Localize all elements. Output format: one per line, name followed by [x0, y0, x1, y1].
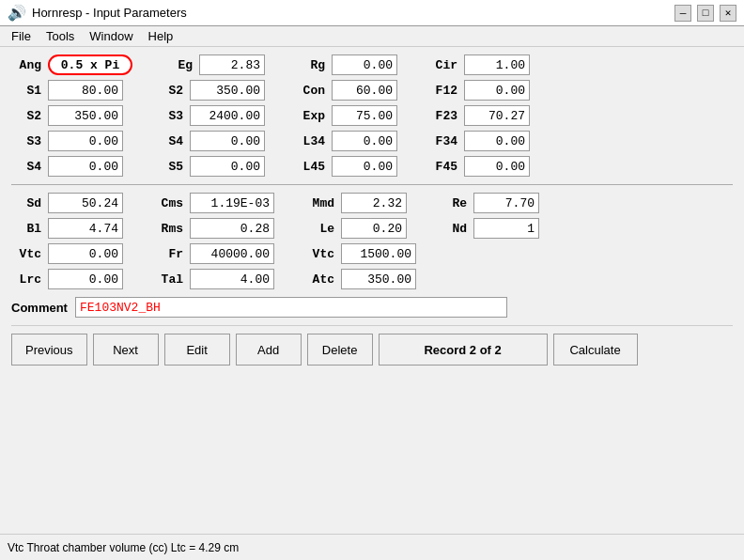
s4b-input[interactable]: [48, 156, 123, 177]
exp-input[interactable]: [332, 105, 397, 126]
re-input[interactable]: [473, 193, 539, 213]
s3b-label: S3: [11, 134, 45, 148]
s2-label: S2: [153, 84, 187, 98]
nd-label: Nd: [437, 222, 471, 236]
fr-label: Fr: [153, 247, 187, 261]
comment-label: Comment: [11, 301, 68, 315]
con-input[interactable]: [332, 80, 397, 101]
row-bl: Bl Rms Le Nd: [11, 218, 733, 239]
s4b-label: S4: [11, 160, 45, 174]
bl-input[interactable]: [48, 218, 123, 239]
comment-section: Comment: [11, 297, 733, 318]
f34-label: F34: [427, 134, 461, 148]
s5-input[interactable]: [190, 156, 265, 177]
previous-button[interactable]: Previous: [11, 334, 87, 366]
eg-input[interactable]: [199, 54, 265, 75]
s3-label: S3: [153, 109, 187, 123]
row-lrc: Lrc Tal Atc: [11, 269, 733, 289]
cms-input[interactable]: [190, 193, 274, 213]
le-input[interactable]: [341, 218, 407, 239]
delete-button[interactable]: Delete: [307, 334, 373, 366]
s2b-input[interactable]: [48, 105, 123, 126]
cms-label: Cms: [153, 196, 187, 210]
con-label: Con: [295, 84, 329, 98]
rms-label: Rms: [153, 222, 187, 236]
l34-input[interactable]: [332, 131, 397, 151]
f45-label: F45: [427, 160, 461, 174]
ang-label: Ang: [11, 58, 45, 72]
exp-label: Exp: [295, 109, 329, 123]
next-button[interactable]: Next: [93, 334, 159, 366]
title-bar-text: Hornresp - Input Parameters: [32, 6, 187, 20]
app-icon: 🔊: [8, 4, 26, 23]
menu-tools[interactable]: Tools: [39, 28, 82, 44]
lrc-label: Lrc: [11, 272, 45, 287]
f23-label: F23: [427, 109, 461, 123]
s4-input[interactable]: [190, 131, 265, 151]
s3-input[interactable]: [190, 105, 265, 126]
calculate-button[interactable]: Calculate: [553, 334, 638, 366]
sd-label: Sd: [11, 196, 45, 210]
s3b-input[interactable]: [48, 131, 123, 151]
l34-label: L34: [295, 134, 329, 148]
s5-label: S5: [153, 160, 187, 174]
row-sd: Sd Cms Mmd Re: [11, 193, 733, 213]
s2-input[interactable]: [190, 80, 265, 101]
tal-input[interactable]: [190, 269, 274, 289]
s1-input[interactable]: [48, 80, 123, 101]
f45-input[interactable]: [464, 156, 530, 177]
f12-label: F12: [427, 84, 461, 98]
l45-input[interactable]: [332, 156, 397, 177]
menu-file[interactable]: File: [4, 28, 39, 44]
sd-input[interactable]: [48, 193, 123, 213]
row-vtc: Vtc Fr Vtc: [11, 243, 733, 264]
menu-help[interactable]: Help: [141, 28, 181, 44]
vtcb-input[interactable]: [341, 243, 416, 264]
button-row: Previous Next Edit Add Delete Record 2 o…: [11, 325, 733, 366]
s1-label: S1: [11, 84, 45, 98]
record-button[interactable]: Record 2 of 2: [379, 334, 548, 366]
cir-input[interactable]: [464, 54, 530, 75]
menu-bar: File Tools Window Help: [0, 26, 744, 47]
vtcb-label: Vtc: [304, 247, 338, 261]
add-button[interactable]: Add: [236, 334, 302, 366]
maximize-button[interactable]: □: [697, 5, 714, 22]
tal-label: Tal: [153, 272, 187, 287]
menu-window[interactable]: Window: [82, 28, 140, 44]
status-text: Vtc Throat chamber volume (cc) Ltc = 4.2…: [8, 541, 239, 554]
s2b-label: S2: [11, 109, 45, 123]
minimize-button[interactable]: —: [674, 5, 691, 22]
vtc-label: Vtc: [11, 247, 45, 261]
mmd-input[interactable]: [341, 193, 407, 213]
row-s2b: S2 S3 Exp F23: [11, 105, 733, 126]
f12-input[interactable]: [464, 80, 530, 101]
nd-input[interactable]: [473, 218, 539, 239]
vtc-input[interactable]: [48, 243, 123, 264]
divider-1: [11, 184, 733, 185]
lrc-input[interactable]: [48, 269, 123, 289]
cir-label: Cir: [427, 58, 461, 72]
row-ang: Ang Eg Rg Cir: [11, 54, 733, 75]
le-label: Le: [304, 222, 338, 236]
atc-label: Atc: [304, 272, 338, 287]
rg-input[interactable]: [332, 54, 397, 75]
bl-label: Bl: [11, 222, 45, 236]
main-content: Ang Eg Rg Cir S1 S2 Con F12: [0, 47, 744, 373]
title-bar: 🔊 Hornresp - Input Parameters — □ ✕: [0, 0, 744, 26]
mmd-label: Mmd: [304, 196, 338, 210]
comment-input[interactable]: [75, 297, 507, 318]
rms-input[interactable]: [190, 218, 274, 239]
rg-label: Rg: [295, 58, 329, 72]
status-bar: Vtc Throat chamber volume (cc) Ltc = 4.2…: [0, 534, 744, 560]
f34-input[interactable]: [464, 131, 530, 151]
f23-input[interactable]: [464, 105, 530, 126]
re-label: Re: [437, 196, 471, 210]
close-button[interactable]: ✕: [720, 5, 736, 22]
s4-label: S4: [153, 134, 187, 148]
l45-label: L45: [295, 160, 329, 174]
ang-input[interactable]: [48, 54, 132, 75]
row-s4b: S4 S5 L45 F45: [11, 156, 733, 177]
atc-input[interactable]: [341, 269, 416, 289]
edit-button[interactable]: Edit: [164, 334, 230, 366]
fr-input[interactable]: [190, 243, 274, 264]
